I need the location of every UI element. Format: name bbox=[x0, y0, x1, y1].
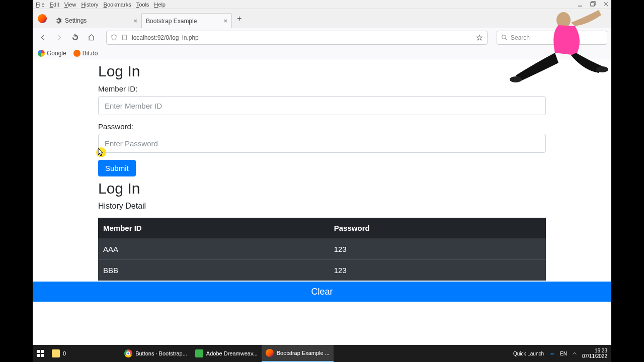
window-restore-icon[interactable] bbox=[590, 1, 596, 7]
th-password: Password bbox=[329, 218, 546, 239]
window-close-icon[interactable] bbox=[603, 1, 609, 7]
bookmark-bitdo[interactable]: Bit.do bbox=[73, 50, 98, 57]
password-label: Password: bbox=[98, 122, 546, 131]
taskbar-file-explorer[interactable]: 0 bbox=[48, 345, 70, 362]
cell-password: 123 bbox=[329, 239, 546, 260]
folder-icon bbox=[52, 349, 60, 357]
tray-chevron-icon[interactable] bbox=[572, 351, 577, 356]
firefox-icon bbox=[266, 349, 274, 357]
menu-bookmarks[interactable]: Bookmarks bbox=[104, 2, 131, 8]
chrome-icon bbox=[124, 349, 132, 357]
start-button[interactable] bbox=[33, 345, 48, 362]
forward-button[interactable] bbox=[53, 32, 65, 44]
bookmark-google[interactable]: Google bbox=[38, 50, 66, 57]
language-indicator[interactable]: EN bbox=[560, 351, 567, 356]
tab-bootstrap-example[interactable]: Bootstrap Example × bbox=[141, 13, 232, 28]
menu-view[interactable]: View bbox=[64, 2, 76, 8]
history-table: Member ID Password AAA 123 BBB 123 bbox=[98, 218, 546, 281]
bitdo-favicon-icon bbox=[73, 50, 80, 57]
quick-launch-label[interactable]: Quick Launch bbox=[513, 351, 544, 356]
reload-button[interactable] bbox=[69, 32, 81, 44]
page-icon bbox=[121, 34, 128, 41]
cell-password: 123 bbox=[329, 260, 546, 281]
member-id-label: Member ID: bbox=[98, 84, 546, 93]
system-clock[interactable]: 16:23 07/11/2022 bbox=[582, 348, 607, 359]
taskbar-app-firefox[interactable]: Bootstrap Example ... bbox=[262, 345, 334, 362]
windows-logo-icon bbox=[37, 350, 44, 357]
browser-menubar: File Edit View History Bookmarks Tools H… bbox=[33, 0, 611, 9]
table-row: AAA 123 bbox=[98, 239, 546, 260]
taskbar-label: Adobe Dreamweav... bbox=[206, 350, 258, 356]
password-input[interactable] bbox=[98, 134, 546, 153]
window-minimize-icon[interactable] bbox=[577, 1, 583, 7]
clock-date: 07/11/2022 bbox=[582, 353, 607, 359]
google-favicon-icon bbox=[38, 50, 45, 57]
close-tab-icon[interactable]: × bbox=[223, 17, 227, 25]
bookmark-star-icon[interactable] bbox=[476, 34, 483, 41]
dreamweaver-icon bbox=[195, 349, 203, 357]
onedrive-icon[interactable] bbox=[549, 350, 555, 356]
home-button[interactable] bbox=[85, 32, 97, 44]
search-icon bbox=[501, 34, 508, 41]
search-box[interactable]: Search bbox=[497, 31, 607, 45]
taskbar-label: 0 bbox=[63, 350, 66, 356]
taskbar-label: Bootstrap Example ... bbox=[277, 350, 330, 356]
back-button[interactable] bbox=[37, 32, 49, 44]
tab-settings[interactable]: Settings × bbox=[51, 13, 141, 28]
svg-line-7 bbox=[505, 38, 507, 40]
svg-point-6 bbox=[502, 35, 506, 39]
bookmark-label: Google bbox=[47, 50, 66, 57]
url-text: localhost:92/0/log_in.php bbox=[132, 34, 472, 41]
menu-tools[interactable]: Tools bbox=[136, 2, 149, 8]
windows-taskbar: 0 Buttons · Bootstrap... Adobe Dreamweav… bbox=[33, 345, 611, 362]
tab-label: Bootstrap Example bbox=[146, 18, 197, 25]
th-member-id: Member ID bbox=[98, 218, 329, 239]
shield-icon bbox=[111, 34, 117, 41]
browser-tabbar: Settings × Bootstrap Example × + bbox=[33, 9, 611, 28]
cell-member-id: BBB bbox=[98, 260, 329, 281]
firefox-logo-icon bbox=[38, 14, 47, 23]
history-detail-label: History Detail bbox=[98, 202, 546, 211]
table-row: BBB 123 bbox=[98, 260, 546, 281]
submit-button[interactable]: Submit bbox=[98, 160, 136, 176]
browser-toolbar: localhost:92/0/log_in.php Search bbox=[33, 28, 611, 47]
mouse-cursor-icon bbox=[98, 148, 104, 156]
taskbar-app-chrome[interactable]: Buttons · Bootstrap... bbox=[120, 345, 191, 362]
clock-time: 16:23 bbox=[582, 348, 607, 353]
menu-edit[interactable]: Edit bbox=[50, 2, 59, 8]
menu-help[interactable]: Help bbox=[154, 2, 166, 8]
taskbar-label: Buttons · Bootstrap... bbox=[135, 350, 187, 356]
menu-file[interactable]: File bbox=[36, 2, 45, 8]
heading-login-1: Log In bbox=[98, 62, 546, 80]
new-tab-button[interactable]: + bbox=[232, 14, 247, 23]
menu-history[interactable]: History bbox=[81, 2, 98, 8]
taskbar-app-dreamweaver[interactable]: Adobe Dreamweav... bbox=[191, 345, 262, 362]
tab-label: Settings bbox=[65, 17, 87, 24]
gear-icon bbox=[55, 17, 62, 24]
bookmark-label: Bit.do bbox=[83, 50, 98, 57]
search-placeholder: Search bbox=[511, 34, 530, 41]
heading-login-2: Log In bbox=[98, 179, 546, 198]
svg-rect-5 bbox=[123, 35, 127, 40]
close-tab-icon[interactable]: × bbox=[133, 17, 137, 25]
member-id-input[interactable] bbox=[98, 96, 546, 115]
bookmarks-toolbar: Google Bit.do bbox=[33, 47, 611, 59]
page-content: Log In Member ID: Password: Submit Log I… bbox=[33, 59, 611, 345]
cell-member-id: AAA bbox=[98, 239, 329, 260]
address-bar[interactable]: localhost:92/0/log_in.php bbox=[106, 31, 488, 45]
svg-rect-2 bbox=[591, 3, 594, 6]
clear-button[interactable]: Clear bbox=[33, 282, 611, 302]
